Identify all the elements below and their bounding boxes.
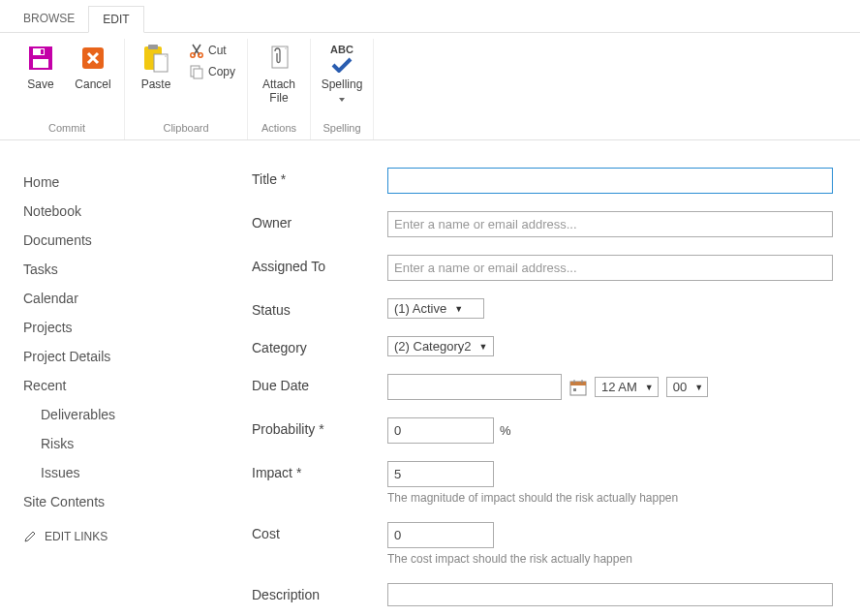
- tab-strip: BROWSE EDIT: [0, 0, 860, 33]
- chevron-down-icon: ▼: [645, 383, 654, 392]
- sidebar-item-project-details[interactable]: Project Details: [23, 342, 194, 371]
- chevron-down-icon: [339, 91, 345, 105]
- cancel-icon: [77, 43, 108, 74]
- pencil-icon: [23, 530, 37, 543]
- probability-unit: %: [500, 423, 511, 438]
- cost-label: Cost: [252, 522, 387, 541]
- chevron-down-icon: ▼: [694, 383, 703, 392]
- sidebar-item-issues[interactable]: Issues: [23, 458, 194, 487]
- cut-button[interactable]: Cut: [185, 41, 239, 60]
- spelling-button[interactable]: ABC Spelling: [319, 39, 365, 109]
- status-select[interactable]: (1) Active ▼: [387, 298, 484, 319]
- chevron-down-icon: ▼: [454, 304, 463, 314]
- attach-file-label: Attach File: [258, 77, 300, 106]
- svg-rect-6: [148, 45, 158, 49]
- ribbon-group-spelling-label: Spelling: [322, 118, 360, 136]
- ribbon-group-spelling: ABC Spelling Spelling: [311, 39, 374, 139]
- svg-point-8: [191, 53, 195, 57]
- svg-rect-14: [570, 382, 586, 385]
- impact-label: Impact *: [252, 461, 387, 480]
- ribbon-group-commit-label: Commit: [48, 118, 85, 136]
- owner-input[interactable]: [387, 211, 833, 237]
- paperclip-icon: [263, 43, 294, 74]
- impact-help: The magnitude of impact should the risk …: [387, 491, 833, 505]
- status-value: (1) Active: [394, 301, 446, 316]
- paste-icon: [140, 43, 171, 74]
- due-date-minute-select[interactable]: 00 ▼: [666, 377, 708, 397]
- copy-label: Copy: [208, 65, 235, 78]
- assigned-to-label: Assigned To: [252, 255, 387, 274]
- title-label: Title *: [252, 168, 387, 187]
- probability-input[interactable]: [387, 417, 494, 444]
- edit-links-label: EDIT LINKS: [45, 530, 108, 543]
- assigned-to-input[interactable]: [387, 255, 833, 281]
- abc-text: ABC: [330, 44, 353, 56]
- cancel-button[interactable]: Cancel: [70, 39, 116, 95]
- spelling-icon: ABC: [326, 43, 357, 74]
- due-date-minute: 00: [673, 380, 687, 394]
- due-date-input[interactable]: [387, 374, 562, 400]
- tab-edit[interactable]: EDIT: [88, 6, 143, 33]
- title-input[interactable]: [387, 168, 833, 194]
- due-date-hour-select[interactable]: 12 AM ▼: [595, 377, 659, 397]
- sidebar-item-tasks[interactable]: Tasks: [23, 255, 194, 284]
- category-label: Category: [252, 336, 387, 355]
- sidebar-item-home[interactable]: Home: [23, 168, 194, 197]
- sidebar-item-deliverables[interactable]: Deliverables: [23, 400, 194, 429]
- due-date-hour: 12 AM: [601, 380, 637, 394]
- tab-browse[interactable]: BROWSE: [10, 6, 88, 32]
- sidebar-item-site-contents[interactable]: Site Contents: [23, 487, 194, 516]
- form-area: Title * Owner Assigned To Status (1) Act…: [194, 158, 860, 616]
- save-icon: [25, 43, 56, 74]
- sidebar-item-notebook[interactable]: Notebook: [23, 197, 194, 226]
- cut-icon: [189, 43, 204, 58]
- description-label: Description: [252, 583, 387, 602]
- paste-label: Paste: [141, 77, 171, 91]
- calendar-icon[interactable]: [569, 379, 587, 396]
- description-input[interactable]: [387, 583, 833, 606]
- sidebar: Home Notebook Documents Tasks Calendar P…: [0, 158, 194, 616]
- cut-label: Cut: [208, 44, 227, 57]
- ribbon-group-actions: Attach File Actions: [248, 39, 311, 139]
- svg-rect-3: [33, 59, 48, 68]
- cancel-label: Cancel: [75, 77, 110, 91]
- ribbon-group-clipboard-label: Clipboard: [163, 118, 208, 136]
- owner-label: Owner: [252, 211, 387, 231]
- probability-label: Probability *: [252, 417, 387, 437]
- spelling-label: Spelling: [322, 77, 363, 91]
- main-area: Home Notebook Documents Tasks Calendar P…: [0, 140, 860, 616]
- sidebar-item-calendar[interactable]: Calendar: [23, 284, 194, 313]
- copy-icon: [189, 64, 204, 79]
- cost-input[interactable]: [387, 522, 494, 548]
- ribbon-group-actions-label: Actions: [261, 118, 296, 136]
- save-label: Save: [27, 77, 53, 91]
- sidebar-item-recent[interactable]: Recent: [23, 371, 194, 400]
- copy-button[interactable]: Copy: [185, 62, 239, 81]
- edit-links-button[interactable]: EDIT LINKS: [23, 516, 194, 557]
- ribbon-group-commit: Save Cancel Commit: [10, 39, 125, 139]
- attach-file-button[interactable]: Attach File: [256, 39, 302, 109]
- svg-rect-2: [41, 49, 44, 54]
- due-date-label: Due Date: [252, 374, 387, 393]
- save-button[interactable]: Save: [17, 39, 64, 95]
- ribbon: Save Cancel Commit Paste: [0, 33, 860, 140]
- category-value: (2) Category2: [394, 339, 471, 354]
- impact-input[interactable]: [387, 461, 494, 487]
- sidebar-item-projects[interactable]: Projects: [23, 313, 194, 342]
- sidebar-item-documents[interactable]: Documents: [23, 226, 194, 255]
- svg-rect-11: [194, 69, 202, 78]
- chevron-down-icon: ▼: [478, 342, 487, 352]
- cost-help: The cost impact should the risk actually…: [387, 552, 833, 566]
- category-select[interactable]: (2) Category2 ▼: [387, 336, 494, 356]
- sidebar-item-risks[interactable]: Risks: [23, 429, 194, 458]
- status-label: Status: [252, 298, 387, 318]
- ribbon-group-clipboard: Paste Cut Copy Clipboard: [125, 39, 248, 139]
- paste-button[interactable]: Paste: [133, 39, 179, 95]
- svg-rect-17: [573, 388, 576, 391]
- svg-point-9: [199, 53, 202, 57]
